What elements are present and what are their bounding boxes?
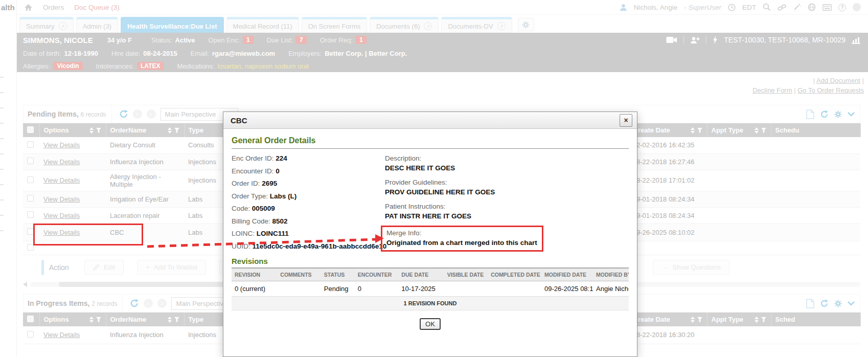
revision-cell: 0 (current) [232, 281, 277, 297]
uuid-value: 11e5dc0c-eda9-e49a-961b-aabbccdd6e10 [253, 242, 387, 250]
ok-button[interactable]: OK [420, 318, 441, 330]
revision-row: 0 (current) Pending 0 10-17-2025 09-26-2… [232, 281, 629, 297]
general-order-details-heading: General Order Details [232, 133, 629, 149]
order-type-value: Labs (L) [270, 192, 297, 200]
app-screen: alth Orders Doc Queue (3) Nichols, Angie… [0, 0, 868, 357]
loinc-value: LOINC111 [257, 230, 289, 237]
encounter-cell: 0 [355, 281, 398, 297]
modified-by-cell: Angie Nichols [593, 281, 629, 297]
patient-instructions-value: PAT INSTR HERE IT GOES [385, 211, 620, 221]
order-id-value: 2695 [262, 180, 277, 187]
billing-code-value: 8502 [272, 217, 288, 225]
completed-date-cell [488, 281, 541, 297]
modified-date-cell: 09-26-2025 08:10 [541, 281, 593, 297]
revision-count-footer: 1 REVISION FOUND [232, 297, 629, 310]
order-fields: Enc Order ID: 224 Encounter ID: 0 Order … [232, 152, 400, 253]
description-value: DESC HERE IT GOES [385, 163, 620, 173]
comments-cell [277, 281, 321, 297]
encounter-id-value: 0 [276, 167, 280, 175]
annotation-red-box-cbc-row [33, 224, 143, 246]
code-value: 005009 [252, 205, 275, 212]
modal-title-bar: CBC × [223, 112, 637, 129]
status-cell: Pending [321, 281, 355, 297]
visible-date-cell [444, 281, 488, 297]
revisions-header-row: REVISION COMMENTS STATUS ENCOUNTER DUE D… [232, 268, 629, 281]
order-details-modal: CBC × General Order Details Enc Order ID… [223, 111, 637, 357]
close-icon[interactable]: × [620, 114, 632, 127]
revisions-table: REVISION COMMENTS STATUS ENCOUNTER DUE D… [232, 267, 629, 310]
provider-guidelines-value: PROV GUIDELINE HERE IT GOES [385, 187, 620, 197]
annotation-red-box-merge-info: Merge Info: Originated from a chart merg… [381, 226, 543, 252]
merge-info-value: Originated from a chart merged into this… [386, 238, 538, 248]
modal-title: CBC [231, 116, 247, 125]
revisions-heading: Revisions [232, 257, 629, 267]
order-detail-texts: Description: DESC HERE IT GOES Provider … [385, 153, 620, 256]
due-date-cell: 10-17-2025 [398, 281, 444, 297]
revisions-footer-row: 1 REVISION FOUND [232, 297, 629, 310]
enc-order-id-value: 224 [276, 154, 287, 162]
